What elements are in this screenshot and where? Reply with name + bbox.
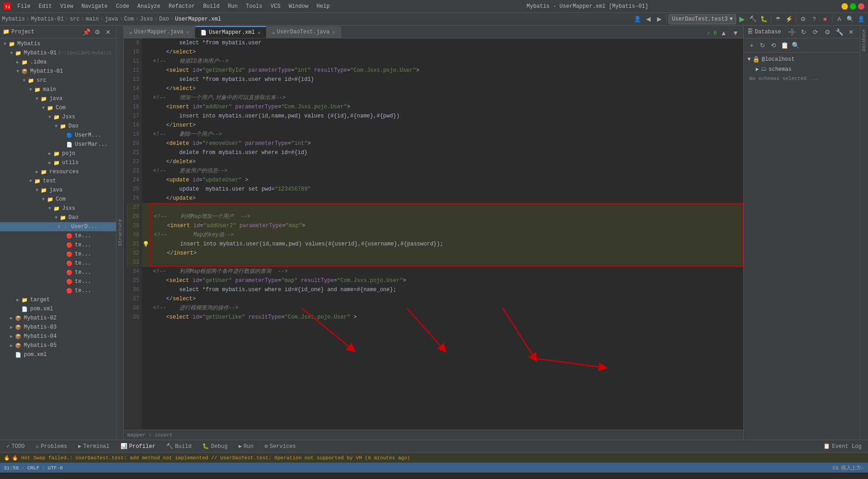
status-encoding[interactable]: UTF-8 xyxy=(48,465,63,471)
sidebar-settings-button[interactable]: ⚙ xyxy=(92,27,102,37)
db-action3[interactable]: ⟲ xyxy=(768,40,779,50)
bottom-tab-build[interactable]: 🔨 Build xyxy=(163,441,195,452)
db-sync-button[interactable]: ⟳ xyxy=(810,27,821,37)
db-refresh-button[interactable]: ↻ xyxy=(799,27,809,37)
tree-item-usermapper-xml[interactable]: 📄 UserMar... xyxy=(0,140,116,149)
tree-item-test-1[interactable]: 🔴 te... xyxy=(0,231,116,240)
status-position[interactable]: 31:58 xyxy=(4,465,19,471)
close-button[interactable] xyxy=(858,3,864,10)
bottom-tab-debug[interactable]: 🐛 Debug xyxy=(199,441,231,452)
tree-item-mybatis[interactable]: ▼ 📁 Mybatis xyxy=(0,39,116,48)
tab-close-icon[interactable]: ✕ xyxy=(186,29,189,35)
menu-tools[interactable]: Tools xyxy=(242,2,266,11)
bottom-tab-services[interactable]: ⚙ Services xyxy=(261,441,300,452)
tree-item-idea[interactable]: ▶ 📁 .idea xyxy=(0,58,116,67)
tree-item-test-7[interactable]: 🔴 te... xyxy=(0,286,116,295)
editor-content[interactable]: 9 10 11 12 13 14 15 16 17 18 19 20 21 22… xyxy=(124,38,743,430)
tab-usermapper-java[interactable]: ☕ UserMapper.java ✕ xyxy=(124,26,195,38)
menu-file[interactable]: File xyxy=(14,2,34,11)
tree-item-test[interactable]: ▼ 📁 test xyxy=(0,176,116,186)
status-line-ending[interactable]: CRLF xyxy=(27,465,39,471)
breadcrumb-java[interactable]: java xyxy=(105,16,118,22)
db-close-button[interactable]: ✕ xyxy=(846,27,856,37)
scroll-down-button[interactable]: ▼ xyxy=(731,28,741,38)
stop-button[interactable]: ■ xyxy=(820,14,830,24)
forward-button[interactable]: ▶ xyxy=(654,14,664,24)
tree-item-mybatis03[interactable]: ▶ 📦 Mybatis-03 xyxy=(0,323,116,332)
db-action5[interactable]: 🔍 xyxy=(790,40,800,50)
code-area[interactable]: select *from mybatis.user </select> <!--… xyxy=(149,38,743,430)
coverage-button[interactable]: ☂ xyxy=(773,14,783,24)
tree-item-pojo[interactable]: ▶ 📁 pojo xyxy=(0,149,116,158)
tree-item-usermapper-java[interactable]: 🔵 UserM... xyxy=(0,131,116,140)
tree-item-test-3[interactable]: 🔴 te... xyxy=(0,250,116,259)
tree-item-test-6[interactable]: 🔴 te... xyxy=(0,277,116,286)
tab-close-icon[interactable]: ✕ xyxy=(332,29,336,35)
bottom-tab-problems[interactable]: ⚠ Problems xyxy=(32,441,71,452)
tree-item-mybatis01[interactable]: ▼ 📁 Mybatis-01 E:\Ideal源码\Mybatis xyxy=(0,48,116,58)
tree-item-test-5[interactable]: 🔴 te... xyxy=(0,268,116,277)
db-action2[interactable]: ↻ xyxy=(758,40,768,50)
back-button[interactable]: ◀ xyxy=(643,14,653,24)
tab-usermapper-xml[interactable]: 📄 UserMapper.xml ✕ xyxy=(195,26,266,38)
menu-navigate[interactable]: Navigate xyxy=(78,2,111,11)
sidebar-close-button[interactable]: ✕ xyxy=(103,27,113,37)
tree-item-mybatis05[interactable]: ▶ 📦 Mybatis-05 xyxy=(0,341,116,350)
db-action1[interactable]: + xyxy=(747,40,757,50)
settings-button[interactable]: ⚙ xyxy=(798,14,808,24)
menu-edit[interactable]: Edit xyxy=(35,2,56,11)
profiler-run-button[interactable]: ⚡ xyxy=(784,14,794,24)
tree-item-test-4[interactable]: 🔴 te... xyxy=(0,259,116,268)
tree-item-java-main[interactable]: ▼ 📁 java xyxy=(0,94,116,103)
search-button[interactable]: 🔍 xyxy=(845,14,855,24)
db-localhost[interactable]: ▼ 🔒 @localhost xyxy=(744,54,860,64)
run-config-selector[interactable]: UserDaoTest.test3 ▼ xyxy=(668,14,736,24)
user-icon-button[interactable]: 👤 xyxy=(856,14,866,24)
bottom-tab-profiler[interactable]: 📊 Profiler xyxy=(117,441,159,452)
profile-button[interactable]: 👤 xyxy=(632,14,642,24)
menu-analyze[interactable]: Analyze xyxy=(134,2,164,11)
translate-button[interactable]: A xyxy=(834,14,844,24)
tree-item-com-test[interactable]: ▼ 📁 Com xyxy=(0,195,116,204)
tab-userdaotest-java[interactable]: ☕ UserDaoTest.java ✕ xyxy=(267,26,341,38)
build-button[interactable]: 🔨 xyxy=(748,14,758,24)
tree-item-java-test[interactable]: ▼ 📁 java xyxy=(0,186,116,195)
db-new-button[interactable]: ➕ xyxy=(787,27,797,37)
tree-item-pom01[interactable]: 📄 pom.xml xyxy=(0,304,116,314)
tree-item-target[interactable]: ▶ 📁 target xyxy=(0,295,116,304)
db-settings-button[interactable]: 🔧 xyxy=(834,27,844,37)
sidebar-pin-button[interactable]: 📌 xyxy=(81,27,91,37)
tree-item-com[interactable]: ▼ 📁 Com xyxy=(0,103,116,112)
maximize-button[interactable] xyxy=(850,3,856,10)
tree-item-mybatis04[interactable]: ▶ 📦 Mybatis-04 xyxy=(0,332,116,341)
tree-item-pom-root[interactable]: 📄 pom.xml xyxy=(0,350,116,359)
help-button[interactable]: ? xyxy=(809,14,819,24)
db-action4[interactable]: 📋 xyxy=(779,40,789,50)
breadcrumb-current[interactable]: UserMapper.xml xyxy=(175,16,221,22)
debug-button[interactable]: 🐛 xyxy=(759,14,769,24)
tree-item-dao[interactable]: ▼ 📁 Dao xyxy=(0,122,116,131)
db-filter-button[interactable]: ⚙ xyxy=(822,27,832,37)
menu-build[interactable]: Build xyxy=(200,2,223,11)
breadcrumb-com[interactable]: Com xyxy=(124,16,134,22)
tree-item-utils[interactable]: ▶ 📁 utils xyxy=(0,158,116,167)
bottom-tab-todo[interactable]: ✓ TODO xyxy=(3,441,28,452)
breadcrumb-main[interactable]: main xyxy=(86,16,99,22)
tree-item-src[interactable]: ▼ 📁 src xyxy=(0,76,116,85)
breadcrumb-mybatis01[interactable]: Mybatis-01 xyxy=(31,16,64,22)
breadcrumb-jsxs[interactable]: Jsxs xyxy=(140,16,153,22)
tree-item-test-2[interactable]: 🔴 te... xyxy=(0,240,116,250)
breadcrumb-mybatis[interactable]: Mybatis xyxy=(2,16,25,22)
menu-help[interactable]: Help xyxy=(313,2,333,11)
menu-view[interactable]: View xyxy=(57,2,77,11)
menu-vcs[interactable]: VCS xyxy=(267,2,284,11)
tree-item-dao-test[interactable]: ▼ 📁 Dao xyxy=(0,213,116,222)
tree-item-jsxs[interactable]: ▼ 📁 Jsxs xyxy=(0,112,116,122)
tree-item-jsxs-test[interactable]: ▼ 📁 Jsxs xyxy=(0,204,116,213)
minimize-button[interactable] xyxy=(842,3,848,10)
tree-item-main[interactable]: ▼ 📁 main xyxy=(0,85,116,94)
menu-refactor[interactable]: Refactor xyxy=(165,2,199,11)
database-sidebar-label[interactable]: Database xyxy=(862,29,867,51)
breadcrumb-src[interactable]: src xyxy=(70,16,80,22)
menu-run[interactable]: Run xyxy=(224,2,242,11)
